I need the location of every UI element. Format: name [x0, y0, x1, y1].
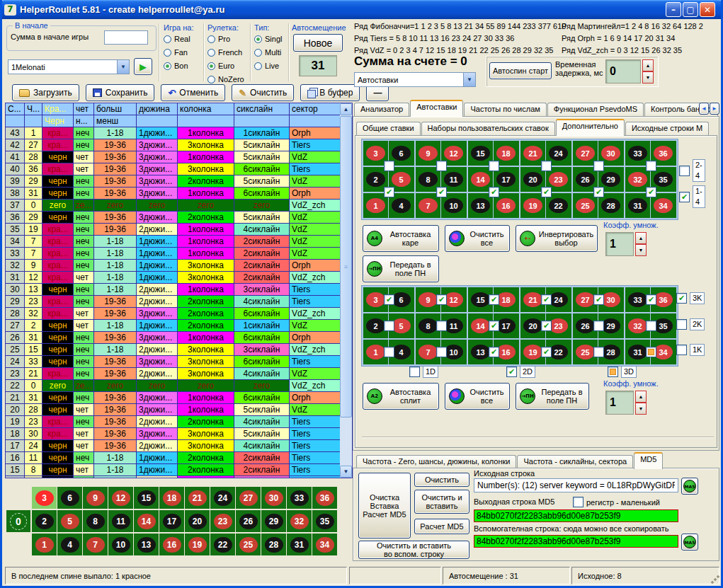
number-cell-5[interactable]: 5	[392, 172, 411, 187]
split-side-checkbox-3K[interactable]: ✔	[676, 293, 687, 304]
quad-koef-spinner[interactable]: 1 ▲▼	[605, 232, 647, 256]
number-cell-8[interactable]: 8	[419, 172, 438, 187]
number-cell-34[interactable]: 34	[654, 345, 673, 359]
column-header[interactable]: дюжина	[137, 103, 178, 115]
board-cell-15[interactable]: 15	[134, 487, 159, 509]
tab-freq-1[interactable]: Частота - сиклайны, сектора	[517, 455, 633, 469]
split-check-2-0[interactable]	[384, 347, 394, 357]
board-cell-21[interactable]: 21	[185, 487, 210, 509]
table-row[interactable]: 2631черннеч19-363дюжи...1колонка6сиклайн…	[6, 332, 352, 344]
md5-aux-icon-button[interactable]: МА5	[681, 534, 698, 550]
number-cell-25[interactable]: 25	[576, 345, 595, 359]
chevron-down-icon[interactable]: ▼	[117, 60, 129, 74]
table-row[interactable]: 2028чернчет19-363дюжи...1колонка5сиклайн…	[6, 404, 352, 416]
number-cell-30[interactable]: 30	[601, 292, 620, 307]
new-autoshift-button[interactable]: Новое	[293, 34, 343, 52]
tab-freq-0[interactable]: Частота - Zero, шансы, дюжины, колонки	[356, 455, 516, 469]
split-check-2-3[interactable]: ✔	[541, 347, 552, 357]
column-header[interactable]: менш	[94, 115, 137, 127]
table-row[interactable]: 2131черннеч19-363дюжи...1колонка6сиклайн…	[6, 392, 352, 404]
number-cell-10[interactable]: 10	[444, 345, 463, 359]
number-cell-20[interactable]: 20	[523, 172, 542, 187]
table-row[interactable]: 1724чернчет19-362дюжи...3колонка4сиклайн…	[6, 440, 352, 452]
column-header[interactable]	[178, 115, 234, 127]
number-cell-2[interactable]: 2	[366, 172, 385, 187]
number-cell-18[interactable]: 18	[496, 146, 516, 161]
number-cell-21[interactable]: 21	[523, 146, 542, 161]
tab-sub-2[interactable]: Дополнительно	[556, 119, 625, 136]
number-cell-36[interactable]: 36	[654, 146, 673, 161]
board-cell-13[interactable]: 13	[134, 534, 159, 555]
number-cell-28[interactable]: 28	[601, 198, 620, 213]
quad-check-top-1[interactable]	[436, 161, 447, 171]
split-koef-spinner[interactable]: 1 ▲▼	[605, 391, 647, 415]
split-check-0-0[interactable]: ✔	[384, 294, 394, 305]
column-header[interactable]: н...	[74, 115, 94, 127]
number-cell-23[interactable]: 23	[549, 172, 568, 187]
board-cell-34[interactable]: 34	[312, 534, 337, 555]
number-cell-27[interactable]: 27	[576, 292, 595, 307]
board-cell-9[interactable]: 9	[83, 487, 108, 509]
split-check-2-1[interactable]	[436, 347, 447, 357]
md5-calc-button[interactable]: Расчет MD5	[414, 519, 469, 534]
spin-down-icon[interactable]: ▼	[642, 71, 654, 83]
spin-up-icon[interactable]: ▲	[635, 232, 647, 244]
number-cell-5[interactable]: 5	[392, 318, 411, 333]
toolbar-buffer-button[interactable]: В буфер	[300, 84, 360, 101]
number-cell-32[interactable]: 32	[628, 172, 647, 187]
number-cell-1[interactable]: 1	[366, 345, 385, 359]
table-row[interactable]: 2832кра...чет19-363дюжи...2колонка6сикла…	[6, 308, 352, 320]
spin-up-icon[interactable]: ▲	[642, 59, 654, 71]
quad-check-bottom-5[interactable]: ✔	[646, 187, 656, 197]
quad-check-top-5[interactable]	[646, 161, 656, 171]
dozen-checkbox-2D[interactable]: ✔	[506, 367, 517, 377]
number-cell-13[interactable]: 13	[471, 198, 490, 213]
number-cell-32[interactable]: 32	[628, 318, 647, 333]
tab-main-1[interactable]: Автоставки	[410, 100, 463, 117]
split-check-1-5[interactable]	[646, 321, 656, 331]
number-cell-1[interactable]: 1	[366, 198, 385, 213]
autobet-quad-button[interactable]: А4 Автоставка каре	[363, 225, 439, 252]
toolbar-load-button[interactable]: Загрузить	[12, 84, 79, 101]
split-transfer-button[interactable]: →ПН Передать в поле ПН	[516, 383, 589, 410]
number-cell-12[interactable]: 12	[444, 292, 463, 307]
column-header[interactable]	[137, 115, 178, 127]
column-header[interactable]: С...	[6, 103, 25, 115]
number-cell-29[interactable]: 29	[601, 318, 620, 333]
titlebar[interactable]: 7 HelperRoullet 5.81 - create helperroul…	[0, 0, 723, 19]
number-cell-36[interactable]: 36	[654, 292, 673, 307]
quad-side-checkbox-2-4[interactable]	[679, 166, 690, 176]
number-cell-4[interactable]: 4	[392, 345, 411, 359]
number-cell-30[interactable]: 30	[601, 146, 620, 161]
chevron-down-icon[interactable]: ▼	[463, 73, 475, 86]
tab-main-3[interactable]: Функционал PsevdoMS	[547, 103, 644, 117]
board-cell-31[interactable]: 31	[287, 534, 312, 555]
quad-check-top-2[interactable]	[489, 161, 499, 171]
quad-check-top-3[interactable]	[541, 161, 552, 171]
split-check-0-2[interactable]: ✔	[489, 294, 499, 305]
board-cell-4[interactable]: 4	[57, 534, 82, 555]
board-cell-27[interactable]: 27	[236, 487, 261, 509]
board-cell-22[interactable]: 22	[210, 534, 235, 555]
table-row[interactable]: 158чернчет1-181дюжи...2колонка2сиклайнTi…	[6, 464, 352, 476]
number-cell-9[interactable]: 9	[419, 292, 438, 307]
number-cell-12[interactable]: 12	[444, 146, 463, 161]
table-row[interactable]: 431кра...неч1-181дюжи...1колонка1сиклайн…	[6, 127, 352, 139]
split-check-0-1[interactable]: ✔	[436, 294, 447, 305]
table-row[interactable]: 4128чернчет19-363дюжи...1колонка5сиклайн…	[6, 151, 352, 163]
number-cell-33[interactable]: 33	[628, 146, 647, 161]
number-cell-24[interactable]: 24	[549, 292, 568, 307]
tab-freq-2[interactable]: MD5	[634, 452, 663, 469]
board-cell-24[interactable]: 24	[210, 487, 235, 509]
quad-check-top-4[interactable]	[593, 161, 604, 171]
md5-big-button[interactable]: Очистка Вставка Расчет MD5	[358, 473, 411, 538]
number-cell-6[interactable]: 6	[392, 146, 411, 161]
tab-main-2[interactable]: Частоты по числам	[464, 103, 546, 117]
split-check-1-2[interactable]: ✔	[489, 321, 499, 331]
number-cell-7[interactable]: 7	[419, 198, 438, 213]
md5-clear-insert-button[interactable]: Очистить и вставить	[414, 490, 469, 514]
board-cell-26[interactable]: 26	[236, 510, 261, 532]
number-cell-21[interactable]: 21	[523, 292, 542, 307]
scroll-up-icon[interactable]: ▲	[340, 103, 352, 115]
number-cell-14[interactable]: 14	[471, 318, 490, 333]
